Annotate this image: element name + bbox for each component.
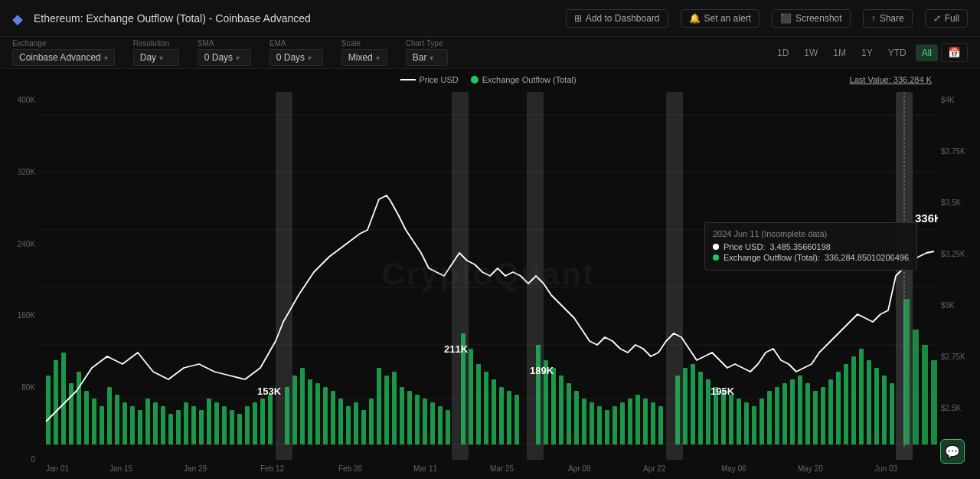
timerange-ytd-button[interactable]: YTD: [882, 44, 913, 61]
y-left-label-400k: 400K: [3, 96, 35, 104]
add-dashboard-button[interactable]: ⊞ Add to Dashboard: [566, 9, 668, 28]
svg-rect-62: [438, 406, 443, 445]
y-left-label-160k: 160K: [3, 311, 35, 320]
price-line-indicator: [400, 79, 415, 80]
full-button[interactable]: ⤢ Full: [925, 9, 968, 28]
chart-type-group: Chart Type Bar ▾: [406, 39, 448, 66]
y-left-label-240k: 240K: [3, 240, 35, 248]
svg-rect-8: [452, 92, 469, 460]
page-title: Ethereum: Exchange Outflow (Total) - Coi…: [34, 12, 311, 25]
exchange-select[interactable]: Coinbase Advanced ▾: [12, 49, 115, 66]
svg-rect-69: [499, 387, 504, 445]
outflow-dot: [713, 254, 719, 261]
sma-select[interactable]: 0 Days ▾: [198, 49, 251, 66]
svg-text:336K: 336K: [915, 212, 938, 225]
timerange-all-button[interactable]: All: [916, 44, 938, 61]
svg-rect-75: [559, 376, 564, 445]
svg-rect-16: [77, 372, 81, 445]
tooltip-price-label: Price USD:: [724, 242, 765, 251]
share-icon: ↑: [871, 13, 876, 24]
dashboard-icon: ⊞: [574, 13, 582, 24]
chart-type-label: Chart Type: [406, 39, 448, 48]
outflow-dot-indicator: [471, 76, 479, 84]
fullscreen-icon: ⤢: [933, 13, 941, 24]
svg-text:211K: 211K: [444, 343, 469, 355]
svg-rect-67: [484, 372, 488, 445]
chat-icon: 💬: [945, 445, 960, 459]
legend-outflow: Exchange Outflow (Total): [471, 75, 577, 84]
timerange-1m-button[interactable]: 1M: [827, 44, 852, 61]
svg-rect-55: [384, 376, 389, 445]
bell-icon: 🔔: [689, 13, 701, 24]
y-right-label-275k: $2.75K: [941, 353, 977, 361]
svg-rect-101: [767, 391, 772, 445]
svg-rect-17: [84, 391, 89, 445]
svg-rect-68: [492, 379, 496, 445]
resolution-select[interactable]: Day ▾: [133, 49, 179, 66]
svg-rect-109: [828, 379, 833, 445]
svg-rect-51: [354, 402, 358, 445]
svg-rect-89: [675, 376, 680, 445]
svg-rect-100: [760, 399, 764, 445]
svg-rect-65: [469, 349, 473, 445]
chevron-down-icon: ▾: [430, 54, 433, 62]
y-axis-left: 400K 320K 240K 160K 80K 0: [0, 69, 38, 479]
timerange-1w-button[interactable]: 1W: [798, 44, 824, 61]
set-alert-button[interactable]: 🔔 Set an alert: [681, 9, 760, 28]
sma-label: SMA: [198, 39, 251, 48]
svg-rect-70: [507, 391, 511, 445]
svg-text:Mar 11: Mar 11: [413, 464, 438, 473]
svg-rect-58: [407, 391, 412, 445]
svg-rect-117: [890, 383, 894, 445]
svg-rect-47: [323, 387, 328, 445]
chart-type-select[interactable]: Bar ▾: [406, 49, 448, 66]
exchange-group: Exchange Coinbase Advanced ▾: [12, 39, 115, 66]
svg-text:Jun 03: Jun 03: [874, 464, 897, 473]
tooltip-price-value: 3,485.35660198: [769, 242, 831, 251]
svg-rect-71: [514, 395, 519, 445]
y-left-label-0: 0: [3, 455, 35, 464]
svg-text:195K: 195K: [710, 385, 735, 397]
svg-rect-30: [184, 402, 188, 445]
scale-select[interactable]: Mixed ▾: [341, 49, 387, 66]
header-right: ⊞ Add to Dashboard 🔔 Set an alert ⬛ Scre…: [566, 9, 968, 28]
last-value[interactable]: Last Value: 336.284 K: [850, 75, 932, 84]
svg-rect-104: [790, 379, 795, 445]
legend-price: Price USD: [400, 75, 458, 84]
chat-button[interactable]: 💬: [940, 439, 965, 464]
svg-rect-77: [574, 391, 579, 445]
share-button[interactable]: ↑ Share: [863, 9, 913, 28]
svg-rect-13: [54, 360, 58, 445]
timerange-1y-button[interactable]: 1Y: [855, 44, 879, 61]
svg-rect-88: [658, 406, 663, 445]
svg-rect-24: [138, 410, 142, 445]
header-left: ◆ Ethereum: Exchange Outflow (Total) - C…: [12, 11, 311, 26]
scale-label: Scale: [341, 39, 387, 48]
ema-select[interactable]: 0 Days ▾: [270, 49, 323, 66]
tooltip-price-row: Price USD: 3,485.35660198: [713, 242, 909, 251]
chart-main[interactable]: CryptoQuant Price USD Exchange Outflow (…: [38, 69, 938, 479]
svg-rect-97: [737, 399, 741, 445]
svg-rect-53: [369, 399, 374, 445]
svg-rect-26: [153, 402, 158, 445]
svg-rect-31: [191, 406, 196, 445]
sma-group: SMA 0 Days ▾: [198, 39, 251, 66]
svg-rect-80: [597, 406, 602, 445]
svg-rect-105: [798, 376, 802, 445]
svg-rect-82: [612, 406, 617, 445]
svg-rect-102: [775, 387, 779, 445]
svg-rect-22: [122, 402, 127, 445]
svg-rect-32: [199, 410, 204, 445]
screenshot-button[interactable]: ⬛ Screenshot: [772, 9, 851, 28]
svg-rect-21: [115, 395, 119, 445]
svg-rect-38: [245, 406, 250, 445]
y-right-label-4k: $4K: [941, 96, 977, 104]
svg-rect-107: [813, 391, 818, 445]
calendar-button[interactable]: 📅: [941, 43, 968, 62]
svg-rect-28: [168, 414, 173, 445]
legend-outflow-label: Exchange Outflow (Total): [482, 75, 577, 84]
timerange-1d-button[interactable]: 1D: [771, 44, 795, 61]
svg-rect-114: [867, 360, 871, 445]
svg-rect-91: [691, 364, 695, 445]
svg-rect-41: [268, 395, 273, 445]
